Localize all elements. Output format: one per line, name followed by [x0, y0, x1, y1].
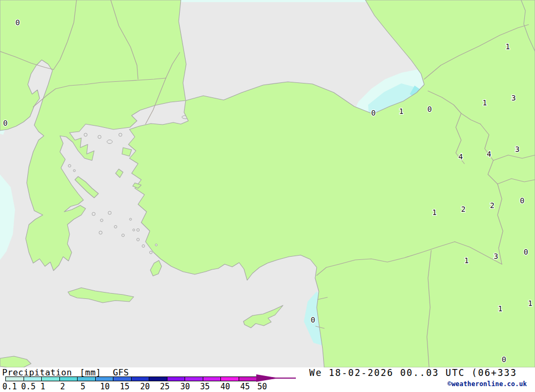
precip-value-label: 3: [515, 145, 519, 153]
legend-color-swatch: [239, 376, 257, 381]
map-canvas: 0001013144322011301100: [0, 0, 535, 367]
forecast-map: 0001013144322011301100: [0, 0, 535, 367]
legend-tick-label: 25: [160, 382, 170, 391]
legend-color-swatch: [185, 376, 203, 381]
precip-value-label: 0: [427, 105, 432, 113]
legend-tick-label: 30: [180, 382, 190, 391]
legend-tick-label: 0.5: [21, 382, 35, 391]
valid-time-label: We 18-02-2026 00..03 UTC (06+333: [309, 367, 517, 378]
legend-tick-label: 35: [200, 382, 210, 391]
legend-tick-label: 40: [220, 382, 230, 391]
weather-map-screenshot: 0001013144322011301100 Precipitation [mm…: [0, 0, 535, 392]
legend-color-swatch: [220, 376, 239, 381]
legend-tick-label: 20: [140, 382, 150, 391]
precip-value-label: 2: [461, 205, 465, 213]
precip-value-label: 0: [16, 18, 20, 27]
legend-color-swatch: [24, 376, 42, 381]
legend-color-swatch: [41, 376, 60, 381]
legend-tick-label: 2: [60, 382, 65, 391]
legend-tick-label: 0.1: [2, 382, 17, 391]
legend-tick-label: 5: [80, 382, 85, 391]
legend-color-swatch: [131, 376, 150, 381]
legend-arrow-tail: [272, 378, 296, 379]
legend-color-swatch: [167, 376, 186, 381]
precip-value-label: 2: [490, 201, 494, 210]
legend-tick-label: 15: [120, 382, 129, 391]
legend-color-swatch: [113, 376, 132, 381]
legend-color-swatch: [59, 376, 78, 381]
precip-value-label: 1: [464, 256, 469, 265]
legend-tick-label: 50: [257, 382, 267, 391]
legend-color-swatch: [149, 376, 167, 381]
precip-value-label: 0: [371, 109, 376, 117]
precip-value-label: 0: [311, 316, 315, 324]
map-footer: Precipitation [mm] GFS We 18-02-2026 00.…: [0, 367, 535, 392]
copyright-link[interactable]: ©weatheronline.co.uk: [448, 380, 528, 388]
legend-color-swatch: [203, 376, 221, 381]
legend-tick-label: 1: [40, 382, 45, 391]
legend-color-swatch: [77, 376, 96, 381]
precip-value-label: 4: [458, 152, 463, 161]
precip-value-label: 0: [524, 248, 528, 256]
precip-value-label: 1: [483, 98, 487, 107]
legend-color-swatch: [5, 376, 24, 381]
precip-value-label: 0: [520, 196, 524, 205]
precip-value-label: 1: [528, 299, 532, 308]
precip-value-label: 1: [498, 304, 502, 313]
precip-value-label: 0: [502, 355, 506, 364]
precip-value-label: 0: [3, 119, 7, 127]
precip-value-label: 4: [487, 150, 491, 158]
precip-value-label: 3: [494, 252, 498, 260]
precip-value-label: 1: [432, 208, 437, 217]
legend-tick-label: 10: [100, 382, 110, 391]
precip-value-label: 3: [511, 94, 516, 102]
legend-color-swatch: [95, 376, 114, 381]
precip-value-label: 1: [399, 107, 403, 116]
legend-tick-label: 45: [240, 382, 250, 391]
precip-value-label: 1: [506, 42, 510, 51]
